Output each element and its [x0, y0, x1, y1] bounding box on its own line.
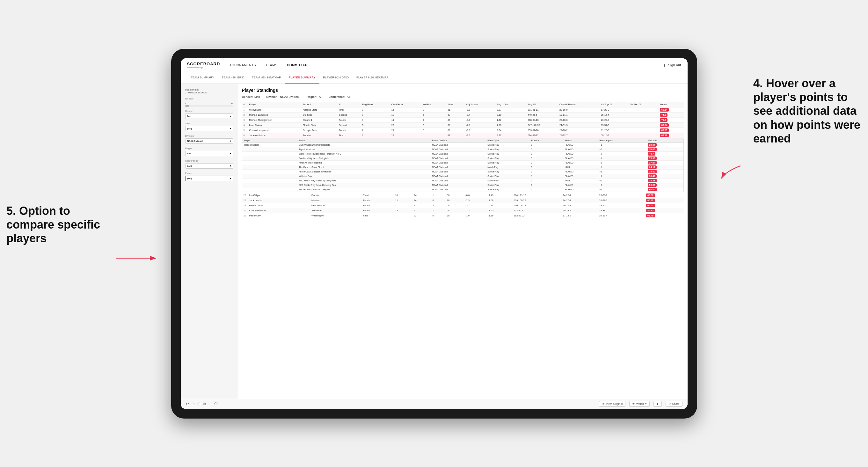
- cell-adj-score: -1.2: [464, 208, 487, 213]
- evt-col-rank: Rank Impact: [598, 138, 646, 143]
- nav-pipe: |: [664, 63, 665, 67]
- cell-points[interactable]: 60.58: [644, 193, 684, 198]
- col-points: Points: [658, 102, 684, 107]
- label-player: Player: [185, 172, 233, 175]
- grid-icon[interactable]: ⊞: [197, 402, 200, 406]
- label-region: Region: [185, 147, 233, 150]
- evt-cell-type: Stroke Play: [486, 151, 529, 156]
- sign-out-link[interactable]: Sign out: [668, 62, 681, 68]
- cell-points[interactable]: 60.02: [644, 203, 684, 208]
- tab-team-h2h-grid[interactable]: TEAM H2H GRID: [218, 72, 248, 84]
- evt-cell-rank: +0: [598, 183, 646, 187]
- cell-avg-to-par: 1.43: [487, 193, 512, 198]
- clock-icon[interactable]: ⏱: [214, 402, 218, 406]
- sub-nav: TEAM SUMMARY TEAM H2H GRID TEAM H2H HEAT…: [181, 72, 688, 84]
- evt-cell-division: NCAA Division I: [430, 147, 486, 151]
- evt-cell-rank: +1: [598, 169, 646, 174]
- view-original-btn[interactable]: 👁 View: Original: [599, 401, 625, 407]
- cell-reg-rank: 5: [361, 122, 390, 127]
- evt-cell-division: NCAA Division I: [430, 156, 486, 160]
- copy-icon[interactable]: ⧉: [203, 402, 206, 406]
- evt-cell-rank: +1: [598, 143, 646, 147]
- cell-no-rds: 1: [431, 208, 445, 213]
- cell-yr: Third: [362, 193, 394, 198]
- cell-points[interactable]: 86.94: [658, 122, 684, 127]
- cell-reg-rank: 7: [394, 213, 412, 218]
- cell-school: Vanderbilt: [310, 208, 362, 213]
- evt-cell-division: NCAA Division I: [430, 151, 486, 156]
- col-conf-rank: Conf Rank: [390, 102, 421, 107]
- label-gender: Gender: [185, 110, 233, 113]
- cell-adj-score: -2.0: [464, 117, 495, 122]
- tab-player-h2h-grid[interactable]: PLAYER H2H GRID: [319, 72, 352, 84]
- toolbar-right: 👁 View: Original 👁 Watch ▾ ⬆ ↗ Share: [599, 401, 682, 407]
- cell-overall: 29-15-0: [558, 107, 599, 112]
- cell-points[interactable]: 80.27: [644, 198, 684, 203]
- cell-num: 1: [242, 107, 248, 112]
- cell-points[interactable]: 60.64: [658, 107, 684, 112]
- tab-player-summary[interactable]: PLAYER SUMMARY: [285, 72, 319, 84]
- tab-team-h2h-heatmap[interactable]: TEAM H2H HEATMAP: [248, 72, 285, 84]
- table-area: Player Standings Gender: Men Division: N…: [238, 84, 688, 399]
- watch-btn[interactable]: 👁 Watch ▾: [629, 401, 650, 407]
- event-detail-row: Fallen Oak Collegiate Invitational NCAA …: [242, 169, 683, 174]
- arrow-5-indicator: [116, 252, 161, 266]
- undo-icon[interactable]: ↩: [186, 402, 189, 406]
- no-rds-slider[interactable]: 4 52: [185, 102, 233, 106]
- table-row: 6 Jackson Koirun Auburn First 2 27 1 87 …: [242, 133, 684, 138]
- nav-teams[interactable]: TEAMS: [266, 62, 277, 68]
- tab-player-h2h-heatmap[interactable]: PLAYER H2H HEATMAP: [352, 72, 393, 84]
- filter-region: Region: All: [307, 95, 322, 98]
- export-btn[interactable]: ⬆: [653, 401, 662, 407]
- evt-cell-event: Southern Highlands Collegiate: [297, 156, 430, 160]
- nav-tournaments[interactable]: TOURNAMENTS: [229, 62, 256, 68]
- evt-col-status: Status: [563, 138, 598, 143]
- top-nav: SCOREBOARD Powered by clippi TOURNAMENTS…: [181, 58, 688, 72]
- more-icon[interactable]: ···: [209, 402, 212, 406]
- cell-avg-to-par: 1.98: [495, 122, 526, 127]
- cell-points[interactable]: 70.2: [658, 117, 684, 122]
- evt-cell-event: The Cypress Point Classic: [297, 165, 430, 169]
- region-dropdown[interactable]: N/A ▾: [185, 151, 233, 156]
- division-dropdown[interactable]: NCAA Division I ▾: [185, 138, 233, 144]
- cell-no-rds: 1: [421, 133, 446, 138]
- evt-cell-player: [242, 160, 298, 165]
- cell-reg-rank: 2: [361, 133, 390, 138]
- player-dropdown[interactable]: (All) ▾: [185, 176, 233, 181]
- evt-cell-status: NULL: [563, 178, 598, 183]
- cell-conf-rank: 27: [390, 122, 421, 127]
- cell-yr: First: [337, 107, 361, 112]
- year-dropdown[interactable]: (All) ▾: [185, 126, 233, 131]
- cell-points[interactable]: 80.95: [644, 208, 684, 213]
- cell-points[interactable]: 76.3: [658, 112, 684, 117]
- logo-text: SCOREBOARD: [187, 62, 220, 66]
- table-row: 1 Wenyi Ding Arizona State First 1 15 1 …: [242, 107, 684, 112]
- cell-avg-sg: 440-26-6: [526, 112, 558, 117]
- main-content: Update time: 27/01/2024 16:56:26 No Rds.…: [181, 84, 688, 399]
- cell-player: Michael Thorbjornsen: [248, 117, 302, 122]
- cell-avg-to-par: 1.65: [487, 208, 512, 213]
- evt-cell-wpoints: 37.57: [646, 160, 683, 165]
- cell-adj-score: -2.6: [464, 127, 495, 133]
- cell-points[interactable]: 68.49: [644, 213, 684, 218]
- tab-team-summary[interactable]: TEAM SUMMARY: [187, 72, 218, 84]
- cell-no-rds: 2: [421, 127, 446, 133]
- evt-cell-type: Match Play: [486, 178, 529, 183]
- cell-vs-top50: [629, 117, 658, 122]
- conference-dropdown[interactable]: (All) ▾: [185, 163, 233, 168]
- col-no-rds: No Rds.: [421, 102, 446, 107]
- nav-committee[interactable]: COMMITTEE: [287, 62, 308, 68]
- table-row: 4 Luke Claton Florida State Second 5 27 …: [242, 122, 684, 127]
- gender-dropdown[interactable]: Men ▾: [185, 114, 233, 119]
- cell-school: Washington: [310, 213, 362, 218]
- section-title: Player Standings: [242, 88, 684, 93]
- evt-cell-wpoints: 16.50: [646, 169, 683, 174]
- col-yr: Yr: [337, 102, 361, 107]
- share-btn[interactable]: ↗ Share: [665, 401, 682, 407]
- cell-points[interactable]: 80.89: [658, 127, 684, 133]
- cell-points[interactable]: 68.18: [658, 133, 684, 138]
- cell-overall: 28-12-7: [558, 133, 599, 138]
- cell-no-rds: 2: [431, 203, 445, 208]
- cell-conf-rank: 24: [412, 193, 431, 198]
- redo-icon[interactable]: ↪: [192, 402, 195, 406]
